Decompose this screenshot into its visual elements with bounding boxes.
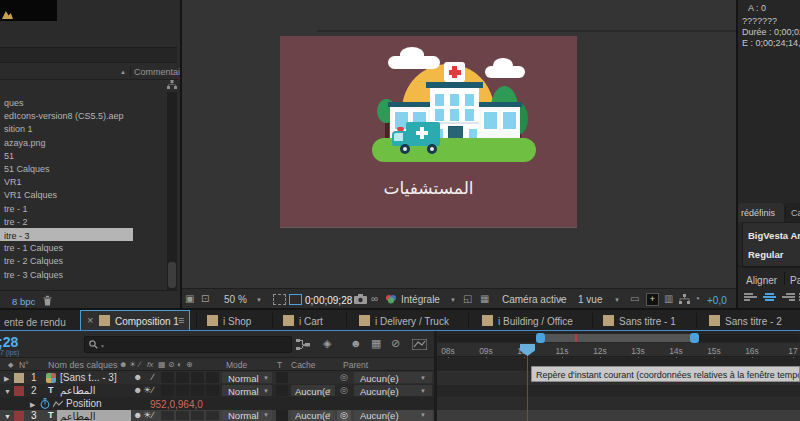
property-row[interactable]: ▶ Position 952,0,964,0 xyxy=(0,397,437,410)
frame-blend-icon[interactable]: ▦ xyxy=(371,338,381,349)
shy-switch-icon[interactable]: ☻ xyxy=(133,386,142,395)
track-band-selected[interactable] xyxy=(437,410,800,421)
magnification-dropdown-icon[interactable]: ▼ xyxy=(256,297,262,303)
exposure-sphere-icon[interactable]: ◔ xyxy=(694,294,700,304)
pickwhip-icon[interactable]: ◎ xyxy=(340,373,348,382)
switch-cell[interactable] xyxy=(161,411,174,420)
trkmat-cell[interactable] xyxy=(276,372,288,383)
mini-flowchart-icon[interactable] xyxy=(296,339,310,350)
project-scrollbar[interactable] xyxy=(167,92,177,290)
project-item[interactable]: edIcons-version8 (CS5.5).aep xyxy=(4,112,124,121)
tab-composition-active[interactable]: × Composition 1 ≡ xyxy=(80,310,190,331)
project-item[interactable]: tre - 2 xyxy=(4,218,28,227)
viewer-timecode[interactable]: 0;00;09;28 xyxy=(305,295,352,306)
quality-switch-icon[interactable]: ∕ xyxy=(152,373,154,382)
motion-blur-column-icon[interactable]: ⊘ xyxy=(168,361,175,369)
switch-cell[interactable] xyxy=(206,385,219,396)
time-navigator-bar[interactable] xyxy=(538,334,698,342)
roi-icon[interactable] xyxy=(289,294,302,305)
main-viewer-icon[interactable]: ⊡ xyxy=(201,294,209,304)
parent-dropdown[interactable]: Aucun(e) ▼ xyxy=(354,410,432,421)
project-item[interactable]: sition 1 xyxy=(4,125,33,134)
draft-3d-icon[interactable]: ◈ xyxy=(323,338,331,349)
project-item[interactable]: VR1 Calques xyxy=(4,191,57,200)
shy-switch-icon[interactable]: ☻ xyxy=(133,373,142,382)
time-ruler[interactable]: 08s 09s 10s 11s 12s 13s 14s 15s 16s 17 xyxy=(437,343,800,357)
switch-cell[interactable] xyxy=(191,385,204,396)
fx-column-icon[interactable]: fx xyxy=(147,361,153,369)
switch-cell[interactable] xyxy=(176,372,189,383)
timeline-timecode[interactable]: ;28 xyxy=(0,334,18,350)
align-left-button[interactable] xyxy=(744,292,757,302)
fast-previews-icon[interactable]: + xyxy=(646,293,659,306)
property-value[interactable]: 952,0,964,0 xyxy=(150,399,203,410)
timeline-button-icon[interactable]: ▥ xyxy=(664,294,673,304)
pickwhip-icon[interactable]: ◎ xyxy=(340,386,348,395)
always-preview-icon[interactable]: ▣ xyxy=(185,294,194,304)
collapse-switch-icon[interactable]: ☀ xyxy=(143,386,151,395)
switch-cell[interactable] xyxy=(206,372,219,383)
shy-layers-icon[interactable]: ☻ xyxy=(350,338,362,349)
trash-icon[interactable] xyxy=(42,295,53,306)
pickwhip-cell[interactable]: ◎ xyxy=(337,410,351,421)
bit-depth-label[interactable]: 8 bpc xyxy=(12,296,35,307)
project-search-field[interactable] xyxy=(0,47,177,63)
collapse-column-icon[interactable]: ☀ xyxy=(129,361,136,369)
safe-zones-icon[interactable]: ◱ xyxy=(463,294,472,304)
layer-label-color[interactable] xyxy=(14,373,24,383)
pixel-aspect-icon[interactable]: ▭ xyxy=(630,294,639,304)
project-item[interactable]: tre - 1 xyxy=(4,205,28,214)
align-center-button[interactable] xyxy=(763,292,776,302)
view-layout-value[interactable]: 1 vue xyxy=(578,295,602,305)
font-style-value[interactable]: Regular xyxy=(748,249,783,260)
quality-switch-icon[interactable]: ∕ xyxy=(152,386,154,395)
name-column-label[interactable]: Nom des calques xyxy=(48,361,118,370)
project-item[interactable]: ques xyxy=(4,99,24,108)
project-item[interactable]: VR1 xyxy=(4,178,22,187)
twirl-icon[interactable]: ▶ xyxy=(30,401,35,408)
project-item[interactable]: tre - 3 Calques xyxy=(4,271,63,280)
twirl-icon[interactable]: ▶ xyxy=(4,375,9,382)
quality-column-icon[interactable]: ∕ xyxy=(139,361,140,369)
parent-dropdown[interactable]: Aucun(e) ▼ xyxy=(354,372,432,383)
switch-cell[interactable] xyxy=(161,372,174,383)
cache-column-label[interactable]: Cache xyxy=(291,361,316,370)
layer-row[interactable]: ▶ 1 [Sans t... - 3] ☻ ∕ Normal ▼ ◎ Aucun… xyxy=(0,371,437,384)
trkmat-cell[interactable] xyxy=(276,410,288,421)
graph-editor-icon[interactable] xyxy=(412,339,427,350)
selected-name-cell[interactable]: المطاعم xyxy=(57,410,131,421)
resolution-value[interactable]: Intégrale xyxy=(401,295,440,305)
frame-blend-column-icon[interactable]: ▦ xyxy=(158,361,166,369)
tab-i-building-office[interactable]: i Building / Office xyxy=(498,317,573,327)
adjustment-column-icon[interactable]: ◐ xyxy=(177,361,182,369)
switch-cell[interactable] xyxy=(206,411,219,420)
layer-label-color[interactable] xyxy=(14,386,24,396)
search-options-icon[interactable]: ▼ xyxy=(100,344,105,349)
twirl-icon[interactable]: ▼ xyxy=(4,413,11,420)
tab-i-cart[interactable]: i Cart xyxy=(299,317,323,327)
search-icon[interactable] xyxy=(89,340,98,349)
project-item[interactable]: azaya.png xyxy=(4,139,46,148)
playhead-line[interactable] xyxy=(527,352,528,421)
layer-row[interactable]: ▼ 2 T المطاعم ☻ ☀ ∕ Normal ▼ Aucun(e ▼ ◎ xyxy=(0,384,437,397)
tab-paragraph-label[interactable]: Pa xyxy=(790,275,800,286)
composition-canvas[interactable]: المستشفيات xyxy=(280,36,577,227)
cache-dropdown[interactable]: Aucun(e ▼ xyxy=(291,410,335,421)
camera-dropdown-icon[interactable]: ▼ xyxy=(558,297,564,303)
tab-presets[interactable]: rédéfinis xyxy=(738,203,784,222)
switch-cell[interactable] xyxy=(191,372,204,383)
layer-name[interactable]: المطاعم xyxy=(60,386,95,396)
tab-i-delivery-truck[interactable]: i Delivery / Truck xyxy=(375,317,449,327)
property-name[interactable]: Position xyxy=(66,399,102,409)
trkmat-cell[interactable] xyxy=(276,385,288,396)
tab-sans-titre-2[interactable]: Sans titre - 2 xyxy=(725,317,782,327)
project-item[interactable]: 51 Calques xyxy=(4,165,50,174)
twirl-icon[interactable]: ▼ xyxy=(4,388,11,395)
flowchart-button-icon[interactable] xyxy=(679,294,690,304)
exposure-value[interactable]: +0,0 xyxy=(707,295,727,306)
mode-dropdown[interactable]: Normal ▼ xyxy=(222,385,272,396)
label-column-icon[interactable]: ◆ xyxy=(8,361,13,368)
number-column-label[interactable]: N° xyxy=(19,361,29,370)
navigator-handle-left[interactable] xyxy=(536,333,545,343)
mode-column-label[interactable]: Mode xyxy=(226,361,247,370)
